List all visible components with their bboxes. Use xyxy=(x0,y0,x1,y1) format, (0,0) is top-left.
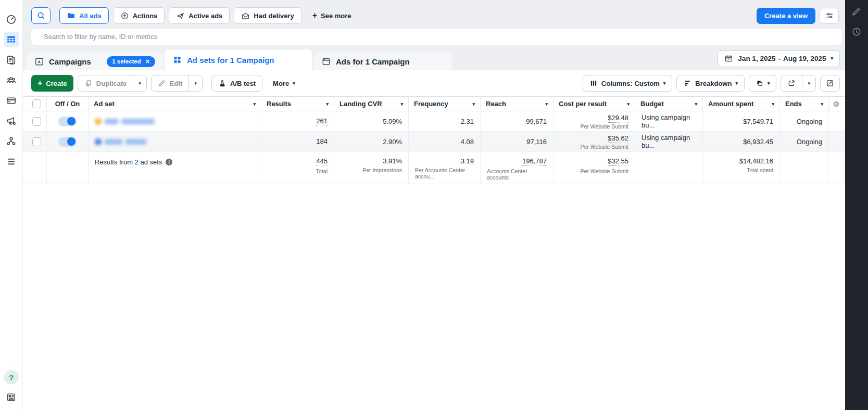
search-input[interactable] xyxy=(31,29,842,45)
date-range-label: Jan 1, 2025 – Aug 19, 2025 xyxy=(738,55,826,62)
summary-reach[interactable]: 196,787 xyxy=(522,157,547,166)
cost-per-result-value[interactable]: $35.62 xyxy=(608,134,628,143)
promotions-settings-icon[interactable] xyxy=(4,113,19,129)
chevron-down-icon: ▾ xyxy=(735,81,738,86)
tab-campaigns[interactable]: Campaigns 1 selected ✕ xyxy=(27,53,163,70)
ab-test-button[interactable]: A/B test xyxy=(211,75,262,92)
create-view-button[interactable]: Create a view xyxy=(757,8,815,24)
filter-bar: All ads Actions Active ads Had delivery … xyxy=(31,7,839,24)
date-range-picker[interactable]: Jan 1, 2025 – Aug 19, 2025 ▾ xyxy=(718,50,840,67)
right-utility-rail xyxy=(845,0,868,410)
history-clock-icon[interactable] xyxy=(850,25,863,38)
account-overview-icon[interactable] xyxy=(4,11,19,27)
sort-caret-icon[interactable]: ▾ xyxy=(821,101,823,107)
org-structure-icon[interactable] xyxy=(4,133,19,149)
pages-reports-icon[interactable] xyxy=(4,52,19,68)
filter-actions-label: Actions xyxy=(133,12,158,20)
reports-button[interactable]: ▾ xyxy=(749,75,776,91)
charts-button[interactable] xyxy=(820,75,840,92)
duplicate-icon xyxy=(84,79,93,87)
see-more-button[interactable]: + See more xyxy=(306,7,358,24)
all-tools-menu-icon[interactable] xyxy=(4,153,19,169)
cost-per-result-value[interactable]: $29.48 xyxy=(608,114,628,123)
filter-actions[interactable]: Actions xyxy=(113,7,165,24)
duplicate-menu-button[interactable]: ▾ xyxy=(133,75,146,91)
export-split-button: ▾ xyxy=(781,75,816,92)
help-button[interactable]: ? xyxy=(4,370,19,385)
ad-set-toggle[interactable] xyxy=(58,137,77,147)
sort-caret-icon[interactable]: ▾ xyxy=(326,101,329,107)
sort-caret-icon[interactable]: ▾ xyxy=(695,101,697,107)
ad-set-toggle[interactable] xyxy=(58,117,77,126)
results-value[interactable]: 261 xyxy=(316,117,328,126)
col-budget[interactable]: Budget▾ xyxy=(635,97,703,111)
row-checkbox[interactable] xyxy=(32,117,41,126)
col-frequency[interactable]: Frequency▾ xyxy=(409,97,481,111)
summary-frequency-sub: Per Accounts Center accou... xyxy=(415,167,474,180)
tab-ad-sets[interactable]: Ad sets for 1 Campaign xyxy=(165,49,312,70)
summary-landing-cvr: 3.91% xyxy=(383,157,402,165)
duplicate-button[interactable]: Duplicate xyxy=(78,75,133,91)
edit-pencil-icon[interactable] xyxy=(850,5,863,18)
col-landing-cvr[interactable]: Landing CVR▾ xyxy=(334,97,409,111)
col-reach[interactable]: Reach▾ xyxy=(481,97,553,111)
table-row: 184 2.90% 4.08 97,116 $35.62 Per Website… xyxy=(23,132,845,152)
sort-caret-icon[interactable]: ▾ xyxy=(253,101,256,107)
search-button[interactable] xyxy=(31,7,51,24)
columns-label: Columns: Custom xyxy=(601,80,660,87)
col-ad-set[interactable]: Ad set▾ xyxy=(89,97,261,111)
sort-caret-icon[interactable]: ▾ xyxy=(627,101,630,107)
ad-sets-panel: + Create Duplicate ▾ Edit ▾ xyxy=(23,70,845,410)
sidebar-divider xyxy=(6,365,17,365)
edit-button[interactable]: Edit xyxy=(152,75,189,91)
tab-ads[interactable]: Ads for 1 Campaign xyxy=(313,53,452,70)
column-settings-button[interactable]: ⚙ xyxy=(829,97,844,111)
budget-value: Using campaign bu... xyxy=(635,132,703,151)
plus-icon: + xyxy=(312,11,317,20)
tab-ad-sets-label: Ad sets for 1 Campaign xyxy=(187,56,274,65)
columns-button[interactable]: Columns: Custom ▾ xyxy=(583,75,672,92)
export-menu-button[interactable]: ▾ xyxy=(802,75,815,91)
summary-results[interactable]: 445 xyxy=(316,157,328,166)
chevron-down-icon: ▾ xyxy=(808,81,810,86)
sort-caret-icon[interactable]: ▾ xyxy=(545,101,548,107)
col-cost-per-result[interactable]: Cost per result▾ xyxy=(553,97,635,111)
redacted-ad-set-name xyxy=(95,138,146,145)
sort-caret-icon[interactable]: ▾ xyxy=(472,101,475,107)
edit-menu-button[interactable]: ▾ xyxy=(188,75,202,91)
summary-cost-per-result[interactable]: $32.55 xyxy=(608,157,628,166)
breakdown-button[interactable]: Breakdown ▾ xyxy=(676,75,745,92)
col-results[interactable]: Results▾ xyxy=(261,97,334,111)
billing-icon[interactable] xyxy=(4,93,19,108)
info-icon[interactable]: i xyxy=(166,159,172,165)
more-button[interactable]: More ▾ xyxy=(267,75,301,92)
amount-spent-value: $6,932.45 xyxy=(703,132,780,151)
filter-all-ads[interactable]: All ads xyxy=(59,7,109,24)
audiences-icon[interactable] xyxy=(4,72,19,88)
results-value[interactable]: 184 xyxy=(316,137,328,146)
summary-amount-spent: $14,482.16 xyxy=(739,157,773,165)
sort-caret-icon[interactable]: ▾ xyxy=(400,101,403,107)
gear-icon: ⚙ xyxy=(833,100,840,108)
ad-set-name-cell[interactable] xyxy=(89,111,261,131)
col-ends[interactable]: Ends▾ xyxy=(780,97,829,111)
export-icon xyxy=(787,79,796,87)
announcements-icon[interactable] xyxy=(4,389,19,405)
summary-results-sub: Total xyxy=(316,168,328,174)
view-settings-button[interactable] xyxy=(820,8,839,24)
create-button[interactable]: + Create xyxy=(31,75,73,92)
filter-had-delivery[interactable]: Had delivery xyxy=(234,7,301,24)
col-amount-spent[interactable]: Amount spent▾ xyxy=(703,97,780,111)
ad-set-name-cell[interactable] xyxy=(89,132,261,151)
close-icon[interactable]: ✕ xyxy=(145,58,150,65)
landing-cvr-value: 5.09% xyxy=(334,111,409,131)
export-button[interactable] xyxy=(781,75,802,91)
summary-row: Results from 2 ad sets i 445 Total 3.91%… xyxy=(23,152,845,184)
selected-count-badge[interactable]: 1 selected ✕ xyxy=(107,56,155,67)
row-checkbox[interactable] xyxy=(32,137,41,146)
sort-caret-icon[interactable]: ▾ xyxy=(772,101,774,107)
select-all-checkbox[interactable] xyxy=(32,99,41,108)
campaigns-nav-icon[interactable] xyxy=(4,32,19,47)
amount-spent-value: $7,549.71 xyxy=(703,111,780,131)
filter-active-ads[interactable]: Active ads xyxy=(169,7,230,24)
